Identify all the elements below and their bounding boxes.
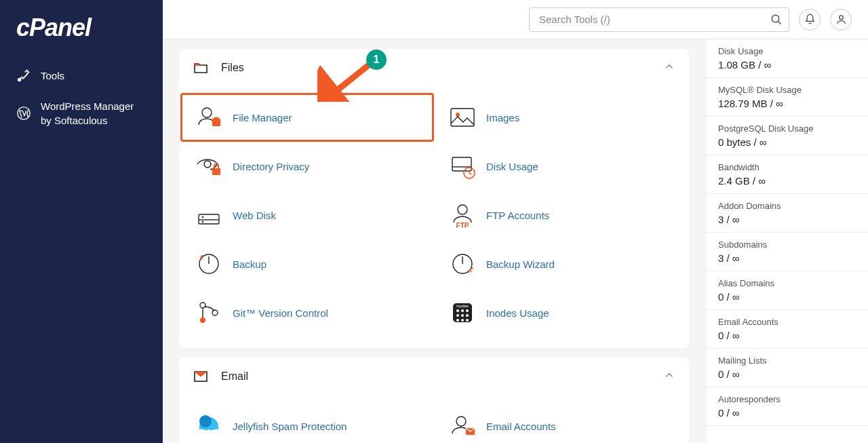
- tool-label: Web Disk: [233, 210, 276, 221]
- stat-value: 0 / ∞: [718, 368, 856, 380]
- svg-point-35: [199, 415, 212, 427]
- svg-point-16: [458, 205, 467, 214]
- svg-point-36: [456, 417, 466, 426]
- wrench-icon: [16, 68, 31, 83]
- stat-label: Addon Domains: [718, 201, 856, 211]
- svg-point-27: [456, 314, 459, 317]
- tool-label: Git™ Version Control: [233, 307, 328, 319]
- stat-value: 3 / ∞: [718, 252, 856, 264]
- tool-label: Email Accounts: [486, 421, 556, 432]
- account-button[interactable]: [830, 9, 852, 31]
- sidebar-item-label: WordPress Manager by Softaculous: [41, 99, 146, 128]
- wordpress-icon: [16, 106, 31, 121]
- svg-rect-11: [452, 157, 471, 171]
- svg-point-25: [461, 309, 464, 312]
- email-user-icon: [448, 412, 477, 440]
- mail-icon: [193, 368, 209, 385]
- stat-row[interactable]: Email Accounts0 / ∞: [706, 310, 868, 349]
- svg-point-14: [202, 221, 204, 223]
- tool-item[interactable]: inodesInodes Usage: [434, 288, 688, 337]
- stat-label: Autoresponders: [718, 394, 856, 404]
- chevron-up-icon: [663, 60, 675, 75]
- svg-point-22: [212, 310, 218, 315]
- tool-label: Backup: [233, 258, 267, 270]
- stats-column: Disk Usage1.08 GB / ∞MySQL® Disk Usage12…: [705, 39, 868, 443]
- tool-item[interactable]: File Manager: [180, 93, 434, 142]
- tool-item[interactable]: Backup Wizard: [434, 239, 688, 288]
- stat-row[interactable]: MySQL® Disk Usage128.79 MB / ∞: [706, 78, 868, 117]
- section-panel: FilesFile ManagerImagesDirectory Privacy…: [179, 49, 689, 348]
- tool-item[interactable]: Backup: [180, 239, 434, 288]
- stat-row[interactable]: Disk Usage1.08 GB / ∞: [706, 39, 868, 78]
- stat-value: 0 / ∞: [718, 407, 856, 419]
- svg-point-31: [461, 319, 464, 322]
- backup-icon: [195, 250, 223, 278]
- svg-point-9: [204, 161, 211, 168]
- stat-label: Subdomains: [718, 239, 856, 250]
- svg-point-29: [466, 314, 469, 317]
- stat-label: MySQL® Disk Usage: [718, 85, 856, 95]
- sidebar-item-tools[interactable]: Tools: [0, 60, 163, 91]
- stat-row[interactable]: Addon Domains3 / ∞: [706, 194, 868, 233]
- search-input[interactable]: [529, 7, 789, 32]
- svg-point-15: [202, 216, 204, 218]
- stat-label: Disk Usage: [718, 46, 856, 56]
- stat-value: 128.79 MB / ∞: [718, 98, 856, 109]
- tool-item[interactable]: Git™ Version Control: [180, 288, 434, 337]
- stat-value: 3 / ∞: [718, 214, 856, 225]
- stat-row[interactable]: Autoresponders0 / ∞: [706, 387, 868, 426]
- ftp-user-icon: FTP: [448, 201, 477, 229]
- tools-grid: Jellyfish Spam ProtectionEmail AccountsF…: [179, 396, 689, 443]
- stat-value: 0 / ∞: [718, 291, 856, 303]
- section-header[interactable]: Email: [179, 358, 689, 396]
- svg-rect-4: [195, 64, 199, 66]
- svg-point-5: [202, 108, 212, 117]
- section-header[interactable]: Files: [179, 49, 689, 88]
- sidebar-item-label: Tools: [41, 69, 146, 83]
- stat-row[interactable]: Mailing Lists0 / ∞: [706, 349, 868, 387]
- main-area: FilesFile ManagerImagesDirectory Privacy…: [163, 0, 868, 443]
- svg-rect-10: [212, 168, 220, 175]
- bell-icon: [804, 14, 816, 25]
- tool-item[interactable]: Email Accounts: [434, 402, 688, 443]
- svg-point-30: [456, 319, 459, 322]
- stat-label: Bandwidth: [718, 162, 856, 172]
- sidebar-item-wordpress[interactable]: WordPress Manager by Softaculous: [0, 91, 163, 136]
- tool-label: Inodes Usage: [486, 307, 549, 319]
- stat-row[interactable]: PostgreSQL Disk Usage0 bytes / ∞: [706, 117, 868, 155]
- stat-label: Email Accounts: [718, 317, 856, 327]
- web-disk-icon: [195, 201, 223, 229]
- stat-row[interactable]: Subdomains3 / ∞: [706, 233, 868, 271]
- tool-item[interactable]: Images: [434, 93, 688, 142]
- tool-item[interactable]: Jellyfish Spam Protection: [180, 402, 434, 443]
- svg-point-26: [466, 309, 469, 312]
- section-title: Files: [221, 62, 663, 74]
- svg-rect-6: [212, 119, 220, 126]
- folder-icon: [193, 60, 209, 76]
- tool-label: Directory Privacy: [233, 161, 309, 172]
- user-folder-icon: [195, 103, 223, 132]
- stat-row[interactable]: Alias Domains0 / ∞: [706, 271, 868, 310]
- tool-item[interactable]: Disk Usage: [434, 142, 688, 191]
- search-container: [529, 7, 789, 32]
- disk-clock-icon: [448, 152, 477, 180]
- notifications-button[interactable]: [799, 9, 821, 31]
- brand-logo: cPanel: [0, 14, 163, 60]
- tool-label: Backup Wizard: [486, 258, 555, 270]
- svg-rect-13: [199, 214, 219, 224]
- top-bar: [163, 0, 868, 39]
- tool-item[interactable]: FTPFTP Accounts: [434, 191, 688, 239]
- svg-text:FTP: FTP: [456, 222, 469, 229]
- svg-point-32: [466, 319, 469, 322]
- tool-label: Disk Usage: [486, 161, 538, 172]
- tool-item[interactable]: Directory Privacy: [180, 142, 434, 191]
- tool-item[interactable]: Web Disk: [180, 191, 434, 239]
- chevron-up-icon: [663, 369, 675, 384]
- svg-point-3: [839, 16, 843, 20]
- backup-wizard-icon: [448, 250, 477, 278]
- picture-icon: [448, 103, 477, 132]
- inodes-icon: inodes: [448, 298, 477, 327]
- stat-row[interactable]: Bandwidth2.4 GB / ∞: [706, 155, 868, 194]
- svg-rect-7: [451, 109, 474, 126]
- user-icon: [835, 14, 847, 25]
